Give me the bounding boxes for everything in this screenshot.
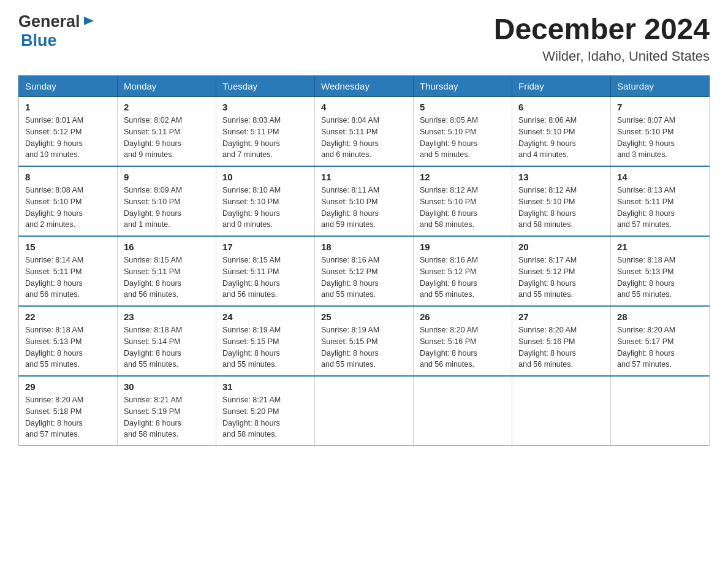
page-header: General Blue December 2024 Wilder, Idaho… [18, 12, 710, 64]
calendar-cell: 26Sunrise: 8:20 AMSunset: 5:16 PMDayligh… [414, 306, 512, 376]
day-info: Sunrise: 8:21 AMSunset: 5:19 PMDaylight:… [124, 394, 210, 440]
calendar-cell: 27Sunrise: 8:20 AMSunset: 5:16 PMDayligh… [512, 306, 611, 376]
day-number: 16 [124, 242, 210, 252]
calendar-cell: 20Sunrise: 8:17 AMSunset: 5:12 PMDayligh… [512, 236, 611, 306]
calendar-cell: 17Sunrise: 8:15 AMSunset: 5:11 PMDayligh… [216, 236, 315, 306]
calendar-cell: 7Sunrise: 8:07 AMSunset: 5:10 PMDaylight… [611, 97, 710, 167]
day-info: Sunrise: 8:18 AMSunset: 5:13 PMDaylight:… [617, 255, 703, 301]
calendar-cell: 21Sunrise: 8:18 AMSunset: 5:13 PMDayligh… [611, 236, 710, 306]
calendar-cell [611, 376, 710, 446]
calendar-cell: 5Sunrise: 8:05 AMSunset: 5:10 PMDaylight… [414, 97, 512, 167]
logo-blue-text: Blue [21, 31, 57, 50]
day-number: 21 [617, 242, 703, 252]
calendar-cell [315, 376, 414, 446]
day-info: Sunrise: 8:01 AMSunset: 5:12 PMDaylight:… [25, 115, 111, 161]
calendar-cell: 2Sunrise: 8:02 AMSunset: 5:11 PMDaylight… [118, 97, 216, 167]
day-number: 10 [222, 172, 308, 182]
day-number: 13 [518, 172, 604, 182]
day-number: 1 [25, 102, 111, 112]
col-header-monday: Monday [118, 76, 216, 97]
day-number: 24 [222, 312, 308, 322]
col-header-sunday: Sunday [19, 76, 118, 97]
day-info: Sunrise: 8:08 AMSunset: 5:10 PMDaylight:… [25, 185, 111, 231]
day-info: Sunrise: 8:16 AMSunset: 5:12 PMDaylight:… [321, 255, 407, 301]
calendar-cell: 18Sunrise: 8:16 AMSunset: 5:12 PMDayligh… [315, 236, 414, 306]
day-info: Sunrise: 8:13 AMSunset: 5:11 PMDaylight:… [617, 185, 703, 231]
calendar-cell: 24Sunrise: 8:19 AMSunset: 5:15 PMDayligh… [216, 306, 315, 376]
day-info: Sunrise: 8:17 AMSunset: 5:12 PMDaylight:… [518, 255, 604, 301]
day-number: 5 [420, 102, 506, 112]
col-header-saturday: Saturday [611, 76, 710, 97]
calendar-week-row: 15Sunrise: 8:14 AMSunset: 5:11 PMDayligh… [19, 236, 710, 306]
calendar-cell: 14Sunrise: 8:13 AMSunset: 5:11 PMDayligh… [611, 166, 710, 236]
day-number: 27 [518, 312, 604, 322]
calendar-cell: 10Sunrise: 8:10 AMSunset: 5:10 PMDayligh… [216, 166, 315, 236]
day-info: Sunrise: 8:21 AMSunset: 5:20 PMDaylight:… [222, 394, 308, 440]
calendar-cell: 28Sunrise: 8:20 AMSunset: 5:17 PMDayligh… [611, 306, 710, 376]
day-number: 25 [321, 312, 407, 322]
day-number: 9 [124, 172, 210, 182]
title-block: December 2024 Wilder, Idaho, United Stat… [494, 12, 710, 64]
day-number: 20 [518, 242, 604, 252]
day-number: 4 [321, 102, 407, 112]
logo-general-text: General [18, 12, 80, 31]
day-info: Sunrise: 8:19 AMSunset: 5:15 PMDaylight:… [222, 324, 308, 370]
day-number: 31 [222, 381, 308, 392]
day-number: 2 [124, 102, 210, 112]
month-title: December 2024 [494, 12, 710, 46]
day-number: 7 [617, 102, 703, 112]
calendar-cell: 6Sunrise: 8:06 AMSunset: 5:10 PMDaylight… [512, 97, 611, 167]
day-info: Sunrise: 8:11 AMSunset: 5:10 PMDaylight:… [321, 185, 407, 231]
day-info: Sunrise: 8:12 AMSunset: 5:10 PMDaylight:… [518, 185, 604, 231]
calendar-cell: 31Sunrise: 8:21 AMSunset: 5:20 PMDayligh… [216, 376, 315, 446]
day-info: Sunrise: 8:12 AMSunset: 5:10 PMDaylight:… [420, 185, 506, 231]
day-number: 3 [222, 102, 308, 112]
calendar-cell: 11Sunrise: 8:11 AMSunset: 5:10 PMDayligh… [315, 166, 414, 236]
day-number: 14 [617, 172, 703, 182]
day-info: Sunrise: 8:07 AMSunset: 5:10 PMDaylight:… [617, 115, 703, 161]
calendar-cell [512, 376, 611, 446]
day-number: 22 [25, 312, 111, 322]
calendar-header-row: SundayMondayTuesdayWednesdayThursdayFrid… [19, 76, 710, 97]
logo-arrow-icon [83, 14, 96, 30]
svg-marker-0 [84, 17, 94, 25]
day-info: Sunrise: 8:18 AMSunset: 5:13 PMDaylight:… [25, 324, 111, 370]
day-number: 19 [420, 242, 506, 252]
col-header-thursday: Thursday [414, 76, 512, 97]
calendar-table: SundayMondayTuesdayWednesdayThursdayFrid… [18, 75, 710, 446]
day-info: Sunrise: 8:06 AMSunset: 5:10 PMDaylight:… [518, 115, 604, 161]
day-info: Sunrise: 8:18 AMSunset: 5:14 PMDaylight:… [124, 324, 210, 370]
calendar-cell: 8Sunrise: 8:08 AMSunset: 5:10 PMDaylight… [19, 166, 118, 236]
logo: General Blue [18, 12, 96, 50]
calendar-cell: 30Sunrise: 8:21 AMSunset: 5:19 PMDayligh… [118, 376, 216, 446]
calendar-cell: 12Sunrise: 8:12 AMSunset: 5:10 PMDayligh… [414, 166, 512, 236]
day-info: Sunrise: 8:20 AMSunset: 5:18 PMDaylight:… [25, 394, 111, 440]
day-info: Sunrise: 8:16 AMSunset: 5:12 PMDaylight:… [420, 255, 506, 301]
col-header-tuesday: Tuesday [216, 76, 315, 97]
day-number: 30 [124, 381, 210, 392]
day-number: 18 [321, 242, 407, 252]
day-info: Sunrise: 8:15 AMSunset: 5:11 PMDaylight:… [124, 255, 210, 301]
calendar-cell: 4Sunrise: 8:04 AMSunset: 5:11 PMDaylight… [315, 97, 414, 167]
day-number: 28 [617, 312, 703, 322]
col-header-friday: Friday [512, 76, 611, 97]
calendar-cell: 16Sunrise: 8:15 AMSunset: 5:11 PMDayligh… [118, 236, 216, 306]
calendar-cell: 23Sunrise: 8:18 AMSunset: 5:14 PMDayligh… [118, 306, 216, 376]
day-info: Sunrise: 8:20 AMSunset: 5:16 PMDaylight:… [420, 324, 506, 370]
day-number: 15 [25, 242, 111, 252]
day-info: Sunrise: 8:20 AMSunset: 5:17 PMDaylight:… [617, 324, 703, 370]
calendar-week-row: 29Sunrise: 8:20 AMSunset: 5:18 PMDayligh… [19, 376, 710, 446]
day-info: Sunrise: 8:02 AMSunset: 5:11 PMDaylight:… [124, 115, 210, 161]
day-info: Sunrise: 8:05 AMSunset: 5:10 PMDaylight:… [420, 115, 506, 161]
day-info: Sunrise: 8:19 AMSunset: 5:15 PMDaylight:… [321, 324, 407, 370]
day-info: Sunrise: 8:10 AMSunset: 5:10 PMDaylight:… [222, 185, 308, 231]
calendar-cell: 1Sunrise: 8:01 AMSunset: 5:12 PMDaylight… [19, 97, 118, 167]
calendar-cell: 13Sunrise: 8:12 AMSunset: 5:10 PMDayligh… [512, 166, 611, 236]
day-number: 26 [420, 312, 506, 322]
calendar-cell: 9Sunrise: 8:09 AMSunset: 5:10 PMDaylight… [118, 166, 216, 236]
day-info: Sunrise: 8:20 AMSunset: 5:16 PMDaylight:… [518, 324, 604, 370]
calendar-cell: 29Sunrise: 8:20 AMSunset: 5:18 PMDayligh… [19, 376, 118, 446]
day-number: 6 [518, 102, 604, 112]
calendar-cell: 15Sunrise: 8:14 AMSunset: 5:11 PMDayligh… [19, 236, 118, 306]
calendar-week-row: 8Sunrise: 8:08 AMSunset: 5:10 PMDaylight… [19, 166, 710, 236]
